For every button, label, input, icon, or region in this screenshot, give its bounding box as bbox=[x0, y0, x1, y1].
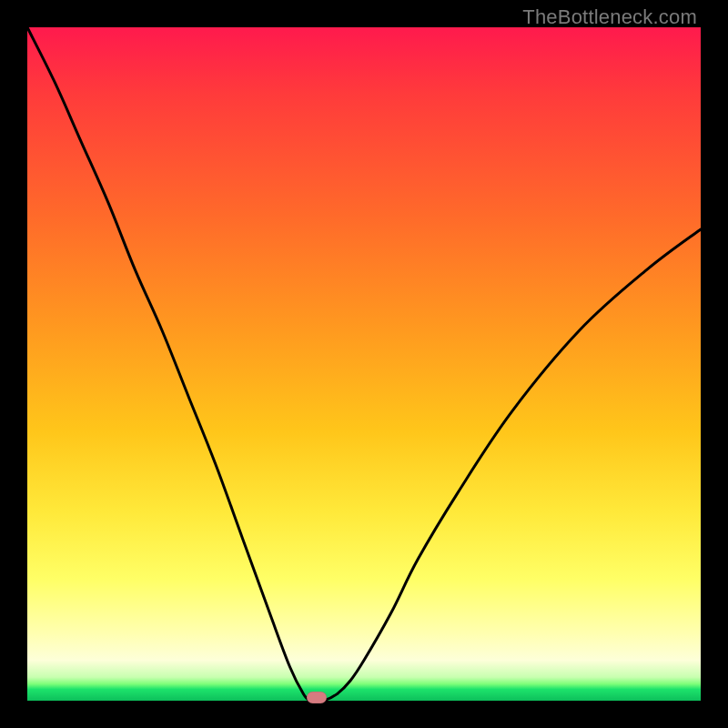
optimum-marker bbox=[307, 692, 327, 703]
chart-frame: TheBottleneck.com bbox=[0, 0, 728, 728]
plot-area bbox=[27, 27, 701, 701]
watermark-text: TheBottleneck.com bbox=[522, 5, 697, 29]
bottleneck-curve bbox=[27, 27, 701, 701]
curve-path bbox=[27, 27, 701, 702]
